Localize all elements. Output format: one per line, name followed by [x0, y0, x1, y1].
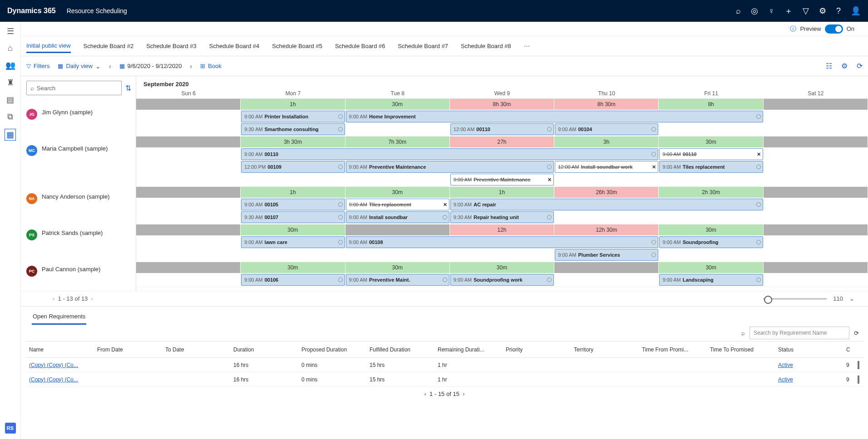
booking[interactable]: 9:00 AM 00108 [346, 236, 659, 248]
hamburger-icon[interactable]: ☰ [7, 26, 14, 36]
booking[interactable]: 9:00 AM Plumber Services [555, 249, 658, 261]
tab-6[interactable]: Schedule Board #6 [335, 40, 385, 52]
capacity-cell [136, 224, 241, 235]
column-header[interactable]: Status [774, 346, 843, 353]
search-icon[interactable]: ⌕ [736, 6, 741, 16]
next-page-button[interactable]: › [91, 295, 93, 302]
column-header[interactable]: Duration [230, 346, 298, 353]
status-icon [547, 127, 552, 132]
booking[interactable]: 9:00 AM Home Improvement [346, 111, 763, 122]
avatar: JG [26, 109, 37, 120]
app-badge[interactable]: RS [5, 423, 16, 434]
booking[interactable]: 9:00 AM Soundproofing work [450, 274, 554, 286]
help-icon[interactable]: ? [836, 6, 841, 16]
resource-item[interactable]: PCPaul Cannon (sample) [26, 263, 131, 287]
board-settings-icon[interactable]: ⚙ [841, 62, 848, 70]
filter-icon[interactable]: ▽ [803, 6, 809, 16]
requirement-row[interactable]: (Copy) (Copy) (Co...16 hrs0 mins15 hrs1 … [25, 358, 863, 372]
refresh-icon[interactable]: ⟳ [854, 330, 859, 337]
booking[interactable]: 12:00 AM Install soundbar work✕ [555, 161, 658, 173]
list-view-icon[interactable]: ☷ [826, 62, 832, 70]
booking[interactable]: 9:00 AM Preventive Maintenance✕ [450, 174, 554, 185]
column-header[interactable]: Fulfilled Duration [366, 346, 434, 353]
resource-search-input[interactable]: ⌕ Search [26, 81, 122, 95]
booking[interactable]: 9:00 AM lawn care [241, 236, 345, 248]
tab-overflow[interactable]: ⋯ [524, 43, 530, 49]
booking[interactable]: 9:00 AM 00104 [555, 123, 658, 135]
filters-button[interactable]: ▽Filters [26, 63, 49, 69]
tab-2[interactable]: Schedule Board #2 [84, 40, 134, 52]
refresh-icon[interactable]: ⟳ [857, 62, 863, 70]
daily-view-button[interactable]: ▦Daily view⌄ [58, 63, 101, 70]
tab-4[interactable]: Schedule Board #4 [209, 40, 260, 52]
column-header[interactable]: Time To Promised [706, 346, 774, 353]
people-icon[interactable]: 👥 [5, 60, 15, 70]
booking[interactable]: 9:00 AM Tiles replacement [659, 161, 763, 173]
booking[interactable]: 9:30 AM Smarthome consulting [241, 123, 345, 135]
status-icon [338, 114, 343, 119]
booking[interactable]: 9:30 AM Repair heating unit [450, 211, 554, 223]
booking[interactable]: 9:00 AM Tiles replacement✕ [346, 199, 449, 210]
preview-toggle[interactable] [825, 24, 843, 34]
book-button[interactable]: ⊞Book [200, 63, 222, 69]
column-header[interactable]: To Date [162, 346, 230, 353]
resource-item[interactable]: MCMaria Campbell (sample) [26, 142, 131, 190]
tab-7[interactable]: Schedule Board #7 [398, 40, 449, 52]
booking[interactable]: 9:00 AM Soundproofing [659, 236, 763, 248]
capacity-cell: 30m [345, 99, 450, 110]
column-header[interactable]: Territory [570, 346, 638, 353]
requirement-row[interactable]: (Copy) (Copy) (Co...16 hrs0 mins15 hrs1 … [25, 372, 863, 387]
tab-5[interactable]: Schedule Board #5 [272, 40, 322, 52]
user-icon[interactable]: 👤 [851, 6, 861, 16]
open-requirements-tab[interactable]: Open Requirements [32, 311, 86, 325]
info-icon[interactable]: ⓘ [790, 25, 796, 33]
booking[interactable]: 9:00 AM Preventive Maintenance [346, 161, 554, 173]
booking[interactable]: 9:00 AM 00105 [241, 199, 345, 210]
column-header[interactable]: Proposed Duration [298, 346, 366, 353]
calendar-icon[interactable]: ▦ [5, 129, 16, 141]
org-icon[interactable]: ♜ [7, 78, 14, 88]
booking[interactable]: 9:00 AM Printer Installation [241, 111, 345, 122]
booking[interactable]: 9:00 AM 00106 [241, 274, 345, 286]
booking[interactable]: 12:00 AM 00110 [450, 123, 554, 135]
column-header[interactable]: From Date [94, 346, 162, 353]
resource-item[interactable]: PSPatrick Sands (sample) [26, 227, 131, 263]
req-prev-page[interactable]: ‹ [424, 390, 426, 397]
tab-initial[interactable]: Initial public view [26, 39, 71, 53]
resource-item[interactable]: NANancy Anderson (sample) [26, 190, 131, 227]
search-icon[interactable]: ⌕ [741, 330, 745, 337]
booking[interactable]: 9:30 AM 00107 [241, 211, 345, 223]
target-icon[interactable]: ◎ [751, 6, 758, 16]
column-header[interactable]: Remaining Durati... [434, 346, 502, 353]
req-next-page[interactable]: › [463, 390, 464, 397]
date-range-button[interactable]: ▦9/6/2020 - 9/12/2020 [119, 63, 182, 69]
prev-range-button[interactable]: ‹ [109, 63, 111, 70]
bookmark-icon[interactable]: ▤ [6, 95, 14, 105]
prev-page-button[interactable]: ‹ [53, 295, 54, 302]
chevron-down-icon[interactable]: ⌄ [849, 295, 854, 302]
booking[interactable]: 9:00 AM Landscaping [659, 274, 763, 286]
search-icon: ⌕ [30, 85, 34, 92]
resource-item[interactable]: JGJim Glynn (sample) [26, 106, 131, 142]
booking[interactable]: 9:00 AM Preventive Maint. [346, 274, 449, 286]
booking[interactable]: 9:00 AM AC repair [450, 199, 763, 210]
booking[interactable]: 9:00 AM Install soundbar [346, 211, 449, 223]
requirement-search-input[interactable]: Search by Requirement Name [750, 327, 849, 339]
next-range-button[interactable]: › [190, 63, 192, 70]
plus-icon[interactable]: ＋ [784, 5, 793, 16]
lightbulb-icon[interactable]: ♀ [768, 6, 774, 16]
tab-8[interactable]: Schedule Board #8 [461, 40, 511, 52]
column-header[interactable]: Time From Promi... [638, 346, 706, 353]
zoom-slider[interactable] [763, 298, 827, 300]
gear-icon[interactable]: ⚙ [819, 6, 826, 16]
column-header[interactable]: Name [25, 346, 94, 353]
column-header[interactable]: Created On [843, 346, 850, 353]
tab-3[interactable]: Schedule Board #3 [146, 40, 197, 52]
list-icon[interactable]: ⧉ [7, 112, 13, 122]
booking[interactable]: 12:00 PM 00109 [241, 161, 345, 173]
booking[interactable]: 9:00 AM 00110✕ [659, 148, 763, 160]
booking[interactable]: 9:00 AM 00110 [241, 148, 658, 160]
home-icon[interactable]: ⌂ [8, 44, 13, 53]
column-header[interactable]: Priority [502, 346, 570, 353]
sort-icon[interactable]: ⇅ [125, 84, 131, 93]
